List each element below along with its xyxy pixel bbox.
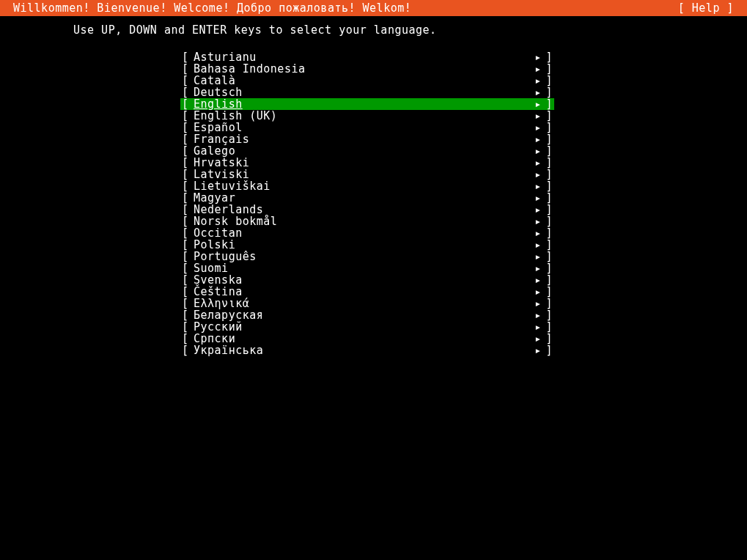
language-option[interactable]: [Українська▸] — [180, 345, 554, 356]
left-bracket: [ — [180, 98, 194, 110]
left-bracket: [ — [180, 333, 194, 345]
language-option[interactable]: [Čeština▸] — [180, 286, 554, 298]
submenu-arrow-icon: ▸ — [532, 286, 544, 298]
language-option[interactable]: [Asturianu▸] — [180, 51, 554, 63]
language-option[interactable]: [Nederlands▸] — [180, 204, 554, 215]
help-button[interactable]: [ Help ] — [678, 0, 734, 16]
submenu-arrow-icon: ▸ — [532, 98, 544, 110]
submenu-arrow-icon: ▸ — [532, 298, 544, 309]
right-bracket: ] — [544, 309, 554, 321]
submenu-arrow-icon: ▸ — [532, 204, 544, 215]
language-label: Português — [194, 251, 532, 262]
right-bracket: ] — [544, 86, 554, 98]
left-bracket: [ — [180, 239, 194, 251]
language-option[interactable]: [Deutsch▸] — [180, 86, 554, 98]
right-bracket: ] — [544, 75, 554, 86]
language-label: English (UK) — [194, 110, 532, 122]
language-option[interactable]: [Norsk bokmål▸] — [180, 215, 554, 227]
language-option[interactable]: [Español▸] — [180, 122, 554, 133]
language-option[interactable]: [Français▸] — [180, 133, 554, 145]
left-bracket: [ — [180, 192, 194, 204]
submenu-arrow-icon: ▸ — [532, 251, 544, 262]
language-option[interactable]: [Galego▸] — [180, 145, 554, 157]
language-option[interactable]: [Català▸] — [180, 75, 554, 86]
language-option[interactable]: [Svenska▸] — [180, 274, 554, 286]
submenu-arrow-icon: ▸ — [532, 192, 544, 204]
right-bracket: ] — [544, 157, 554, 169]
language-label: Polski — [194, 239, 532, 251]
right-bracket: ] — [544, 215, 554, 227]
language-option[interactable]: [Latviski▸] — [180, 169, 554, 180]
language-option[interactable]: [Беларуская▸] — [180, 309, 554, 321]
language-label: Српски — [194, 333, 532, 345]
language-option[interactable]: [Русский▸] — [180, 321, 554, 333]
language-option[interactable]: [Magyar▸] — [180, 192, 554, 204]
right-bracket: ] — [544, 63, 554, 75]
right-bracket: ] — [544, 298, 554, 309]
language-option[interactable]: [Ελληνικά▸] — [180, 298, 554, 309]
language-option[interactable]: [Hrvatski▸] — [180, 157, 554, 169]
right-bracket: ] — [544, 122, 554, 133]
submenu-arrow-icon: ▸ — [532, 215, 544, 227]
left-bracket: [ — [180, 86, 194, 98]
right-bracket: ] — [544, 321, 554, 333]
left-bracket: [ — [180, 309, 194, 321]
right-bracket: ] — [544, 98, 554, 110]
left-bracket: [ — [180, 51, 194, 63]
right-bracket: ] — [544, 133, 554, 145]
right-bracket: ] — [544, 180, 554, 192]
right-bracket: ] — [544, 345, 554, 356]
language-option[interactable]: [Suomi▸] — [180, 262, 554, 274]
left-bracket: [ — [180, 145, 194, 157]
submenu-arrow-icon: ▸ — [532, 227, 544, 239]
left-bracket: [ — [180, 286, 194, 298]
language-label: Ελληνικά — [194, 298, 532, 309]
submenu-arrow-icon: ▸ — [532, 169, 544, 180]
left-bracket: [ — [180, 157, 194, 169]
language-label: Čeština — [194, 286, 532, 298]
language-list: [Asturianu▸][Bahasa Indonesia▸][Català▸]… — [180, 51, 554, 356]
language-option[interactable]: [Српски▸] — [180, 333, 554, 345]
language-option[interactable]: [English▸] — [180, 98, 554, 110]
left-bracket: [ — [180, 122, 194, 133]
submenu-arrow-icon: ▸ — [532, 86, 544, 98]
left-bracket: [ — [180, 298, 194, 309]
language-option[interactable]: [Polski▸] — [180, 239, 554, 251]
right-bracket: ] — [544, 333, 554, 345]
submenu-arrow-icon: ▸ — [532, 133, 544, 145]
language-label: Suomi — [194, 262, 532, 274]
submenu-arrow-icon: ▸ — [532, 122, 544, 133]
language-option[interactable]: [Lietuviškai▸] — [180, 180, 554, 192]
language-option[interactable]: [Bahasa Indonesia▸] — [180, 63, 554, 75]
submenu-arrow-icon: ▸ — [532, 75, 544, 86]
language-label: Bahasa Indonesia — [194, 63, 532, 75]
right-bracket: ] — [544, 286, 554, 298]
instruction-text: Use UP, DOWN and ENTER keys to select yo… — [0, 16, 747, 37]
language-label: Hrvatski — [194, 157, 532, 169]
language-option[interactable]: [English (UK)▸] — [180, 110, 554, 122]
submenu-arrow-icon: ▸ — [532, 63, 544, 75]
language-label: English — [194, 98, 532, 110]
right-bracket: ] — [544, 262, 554, 274]
submenu-arrow-icon: ▸ — [532, 262, 544, 274]
language-label: Català — [194, 75, 532, 86]
language-option[interactable]: [Português▸] — [180, 251, 554, 262]
language-label: Русский — [194, 321, 532, 333]
submenu-arrow-icon: ▸ — [532, 321, 544, 333]
left-bracket: [ — [180, 180, 194, 192]
language-label: Беларуская — [194, 309, 532, 321]
submenu-arrow-icon: ▸ — [532, 180, 544, 192]
left-bracket: [ — [180, 321, 194, 333]
left-bracket: [ — [180, 110, 194, 122]
submenu-arrow-icon: ▸ — [532, 274, 544, 286]
right-bracket: ] — [544, 239, 554, 251]
left-bracket: [ — [180, 274, 194, 286]
language-option[interactable]: [Occitan▸] — [180, 227, 554, 239]
submenu-arrow-icon: ▸ — [532, 157, 544, 169]
right-bracket: ] — [544, 110, 554, 122]
right-bracket: ] — [544, 192, 554, 204]
right-bracket: ] — [544, 145, 554, 157]
language-label: Magyar — [194, 192, 532, 204]
left-bracket: [ — [180, 215, 194, 227]
right-bracket: ] — [544, 51, 554, 63]
